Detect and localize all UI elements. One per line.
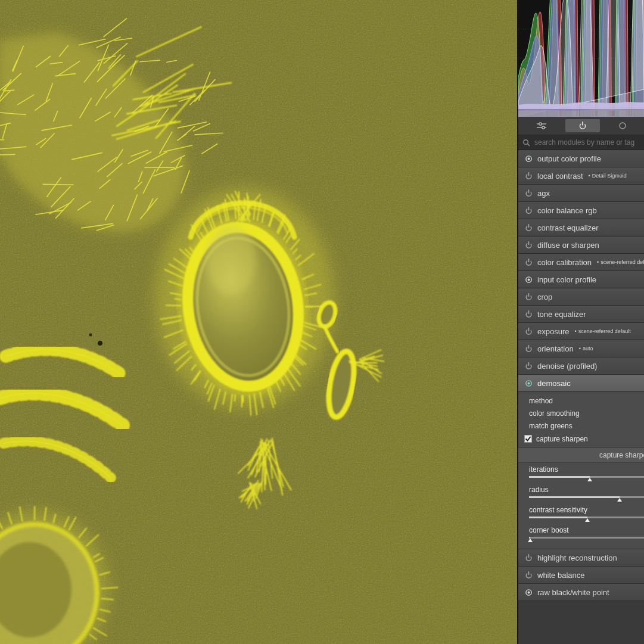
param-color-smoothing[interactable]: color smoothing: [518, 407, 644, 419]
module-label: color balance rgb: [537, 206, 597, 215]
module-enabled-icon[interactable]: [525, 276, 533, 284]
right-panel: output color profilelocal contrastDetail…: [517, 0, 644, 644]
module-power-icon[interactable]: [525, 571, 533, 579]
slider-iterations[interactable]: iterations: [518, 463, 644, 483]
module-white-balance[interactable]: white balance: [518, 567, 644, 584]
favorites-group-icon[interactable]: [618, 122, 627, 130]
slider-track[interactable]: [529, 496, 644, 498]
module-list-bottom: highlight reconstructionwhite balanceraw…: [518, 549, 644, 601]
presets-sliders-icon[interactable]: [536, 122, 547, 130]
slider-track[interactable]: [529, 476, 644, 478]
module-input-color-profile[interactable]: input color profile: [518, 271, 644, 288]
module-denoise-profiled[interactable]: denoise (profiled): [518, 357, 644, 375]
darktable-darkroom: output color profilelocal contrastDetail…: [0, 0, 644, 644]
slider-radius[interactable]: radius: [518, 483, 644, 503]
module-crop[interactable]: crop: [518, 288, 644, 306]
capture-sharpen-checkbox-row[interactable]: capture sharpen: [518, 432, 644, 446]
module-power-icon[interactable]: [525, 189, 533, 197]
slider-thumb[interactable]: [617, 498, 622, 502]
module-color-calibration[interactable]: color calibrationscene-referred default: [518, 254, 644, 271]
module-label: raw black/white point: [537, 588, 609, 597]
module-label: color calibration: [537, 258, 592, 267]
magnifier-icon: [522, 139, 530, 147]
module-power-icon[interactable]: [525, 554, 533, 562]
param-method[interactable]: method: [518, 394, 644, 407]
active-modules-group-button[interactable]: [565, 119, 600, 132]
module-power-icon[interactable]: [525, 310, 533, 318]
demosaic-parameters: methodcolor smoothingmatch greens captur…: [518, 392, 644, 549]
module-power-icon[interactable]: [525, 224, 533, 232]
slider-thumb[interactable]: [528, 539, 533, 542]
module-tone-equalizer[interactable]: tone equalizer: [518, 306, 644, 323]
module-exposure[interactable]: exposurescene-referred default: [518, 323, 644, 340]
module-power-icon[interactable]: [525, 207, 533, 214]
capture-sharpen-section-header[interactable]: capture sharpen: [518, 447, 644, 463]
module-label: demosaic: [537, 379, 571, 388]
slider-thumb[interactable]: [587, 478, 592, 481]
module-local-contrast[interactable]: local contrastDetail Sigmoid: [518, 167, 644, 185]
module-color-balance-rgb[interactable]: color balance rgb: [518, 202, 644, 219]
module-power-icon[interactable]: [525, 345, 533, 353]
module-power-icon[interactable]: [525, 172, 533, 180]
module-label: tone equalizer: [537, 310, 586, 319]
checkbox-checked-icon[interactable]: [524, 435, 532, 443]
module-label: input color profile: [537, 275, 596, 284]
capture-sharpen-label: capture sharpen: [536, 435, 588, 443]
module-enabled-icon[interactable]: [525, 589, 533, 596]
search-input[interactable]: [533, 138, 640, 147]
module-agx[interactable]: agx: [518, 185, 644, 202]
module-label: orientation: [537, 344, 574, 353]
module-preset-label: Detail Sigmoid: [588, 173, 627, 179]
raw-preview-image: [0, 0, 517, 644]
module-power-icon[interactable]: [525, 241, 533, 249]
module-contrast-equalizer[interactable]: contrast equalizer: [518, 219, 644, 237]
module-label: agx: [537, 189, 550, 198]
module-output-color-profile[interactable]: output color profile: [518, 150, 644, 167]
module-list-top: output color profilelocal contrastDetail…: [518, 150, 644, 392]
slider-track[interactable]: [529, 517, 644, 518]
module-label: contrast equalizer: [537, 223, 599, 232]
module-preset-label: scene-referred default: [596, 259, 644, 265]
module-enabled-icon[interactable]: [525, 379, 533, 387]
module-label: exposure: [537, 327, 569, 336]
module-label: highlight reconstruction: [537, 553, 617, 562]
module-power-icon[interactable]: [525, 328, 533, 335]
module-diffuse-or-sharpen[interactable]: diffuse or sharpen: [518, 237, 644, 254]
param-match-greens[interactable]: match greens: [518, 419, 644, 432]
module-enabled-icon[interactable]: [525, 155, 533, 163]
image-canvas[interactable]: [0, 0, 517, 644]
slider-corner-boost[interactable]: corner boost: [518, 524, 644, 544]
module-demosaic[interactable]: demosaic: [518, 375, 644, 392]
module-search: [518, 135, 644, 150]
module-group-toolbar: [518, 117, 644, 135]
module-highlight-reconstruction[interactable]: highlight reconstruction: [518, 549, 644, 567]
module-label: denoise (profiled): [537, 362, 597, 371]
module-raw-black-white-point[interactable]: raw black/white point: [518, 584, 644, 601]
module-label: diffuse or sharpen: [537, 241, 599, 250]
module-preset-label: auto: [578, 346, 593, 351]
slider-track[interactable]: [529, 537, 644, 539]
slider-thumb[interactable]: [585, 518, 590, 522]
module-power-icon[interactable]: [525, 362, 533, 370]
module-preset-label: scene-referred default: [574, 328, 630, 334]
slider-contrast-sensitivity[interactable]: contrast sensitivity: [518, 503, 644, 524]
power-icon: [578, 122, 587, 130]
histogram[interactable]: [518, 0, 644, 117]
module-orientation[interactable]: orientationauto: [518, 340, 644, 357]
module-label: crop: [537, 293, 552, 301]
module-label: output color profile: [537, 154, 601, 163]
module-power-icon[interactable]: [525, 293, 533, 301]
panel-empty-area: [518, 601, 644, 644]
module-power-icon[interactable]: [525, 259, 533, 266]
module-label: local contrast: [537, 172, 583, 181]
module-label: white balance: [537, 571, 585, 580]
